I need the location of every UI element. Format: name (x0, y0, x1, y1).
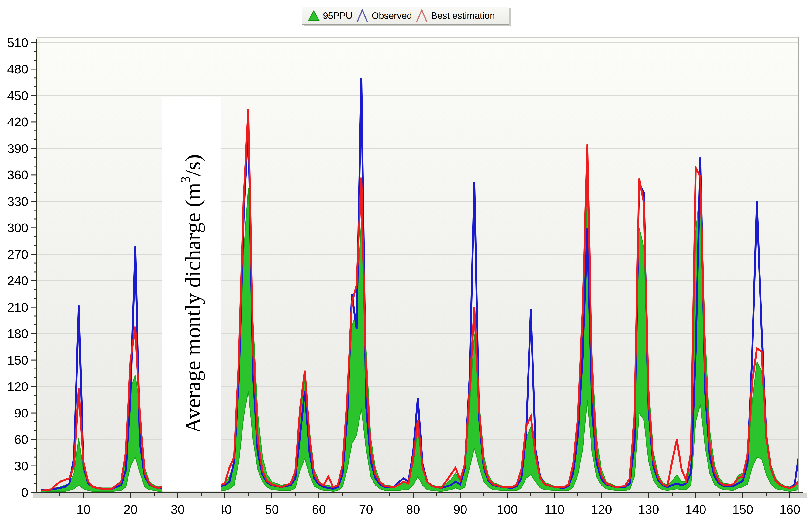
y-tick-label: 480 (7, 62, 28, 76)
x-tick-label: 110 (544, 502, 564, 516)
legend-item-best-estimation: Best estimation (415, 8, 495, 23)
x-tick-label: 50 (265, 502, 279, 516)
best-estimation-caret-icon (415, 8, 428, 23)
y-tick-label: 60 (14, 432, 28, 447)
x-tick-label: 100 (497, 502, 518, 516)
legend-label: Observed (371, 10, 412, 21)
y-tick-label: 150 (7, 353, 28, 367)
y-tick-label: 450 (7, 89, 28, 103)
y-tick-label: 270 (7, 247, 28, 261)
legend-label: Best estimation (431, 10, 495, 21)
y-axis-title-overlay: Average montly dicharge (m3/s) (162, 97, 221, 491)
y-tick-label: 240 (7, 274, 28, 288)
y-tick-label: 420 (7, 115, 28, 129)
y-tick-label: 330 (7, 195, 28, 208)
y-axis-title-sup: 3 (178, 176, 193, 183)
x-tick-label: 70 (359, 502, 373, 516)
legend-item-95ppu: 95PPU (308, 10, 353, 21)
legend: 95PPU Observed Best estimation (302, 6, 510, 25)
x-tick-label: 120 (591, 502, 612, 516)
discharge-chart: 0306090120150180210240270300330360390420… (0, 0, 812, 521)
x-tick-label: 90 (453, 502, 467, 516)
x-tick-label: 30 (171, 502, 185, 516)
x-tick-label: 80 (406, 502, 420, 516)
x-tick-label: 150 (732, 502, 753, 516)
y-tick-label: 120 (7, 380, 28, 393)
x-tick-label: 140 (685, 502, 706, 516)
y-tick-label: 210 (7, 300, 28, 314)
y-axis-title-suffix: /s) (181, 154, 205, 176)
x-tick-label: 10 (76, 502, 90, 516)
legend-label: 95PPU (323, 10, 353, 21)
ppu-band-icon (308, 10, 320, 21)
y-axis-title: Average montly dicharge (m3/s) (178, 154, 205, 433)
axis-shadow-band (32, 493, 807, 498)
y-tick-label: 180 (7, 326, 28, 341)
y-axis-title-text: Average montly dicharge (m (181, 183, 205, 433)
y-tick-label: 0 (21, 485, 28, 499)
x-tick-label: 160 (780, 502, 800, 516)
chart-window: 0306090120150180210240270300330360390420… (0, 0, 812, 521)
y-tick-label: 390 (7, 141, 28, 156)
plot-left-tint (37, 37, 40, 492)
y-tick-label: 360 (7, 168, 28, 182)
y-tick-group: 0306090120150180210240270300330360390420… (7, 36, 37, 499)
label-clip-patch (215, 499, 222, 518)
y-tick-label: 300 (7, 221, 28, 235)
y-tick-label: 510 (7, 36, 28, 50)
y-tick-label: 30 (14, 459, 28, 473)
x-tick-label: 60 (312, 502, 326, 516)
x-tick-label: 130 (638, 502, 659, 516)
y-tick-label: 90 (14, 406, 28, 420)
x-tick-label: 20 (123, 502, 138, 516)
observed-caret-icon (356, 8, 369, 23)
legend-item-observed: Observed (356, 8, 412, 23)
